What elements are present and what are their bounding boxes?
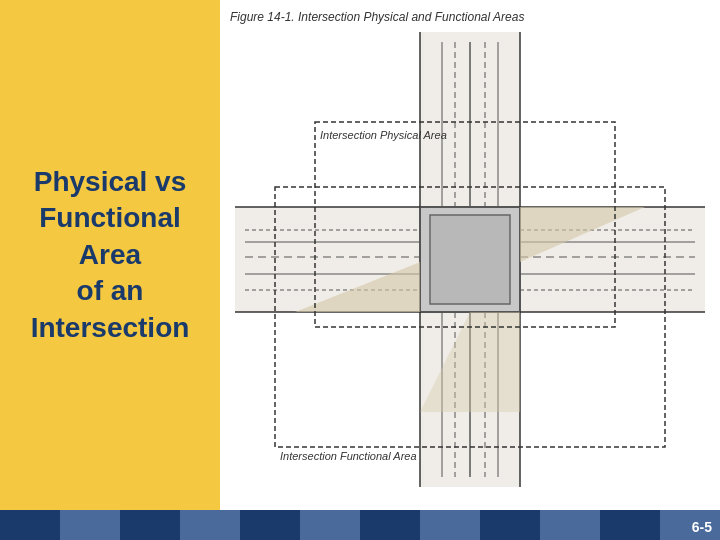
page-number: 6-5 (692, 519, 712, 535)
bottom-seg-6 (300, 510, 360, 540)
bottom-seg-5 (240, 510, 300, 540)
bottom-seg-11 (600, 510, 660, 540)
bottom-seg-9 (480, 510, 540, 540)
bottom-seg-7 (360, 510, 420, 540)
title-panel: Physical vs Functional Area of an Inters… (0, 0, 220, 510)
bottom-seg-2 (60, 510, 120, 540)
slide-title: Physical vs Functional Area of an Inters… (31, 164, 190, 346)
bottom-seg-4 (180, 510, 240, 540)
bottom-seg-10 (540, 510, 600, 540)
bottom-segments (0, 510, 720, 540)
title-line4: of an (77, 275, 144, 306)
title-line5: Intersection (31, 312, 190, 343)
title-line3: Area (79, 239, 141, 270)
physical-area-label: Intersection Physical Area (320, 129, 447, 141)
main-content: Figure 14-1. Intersection Physical and F… (220, 0, 720, 510)
svg-rect-4 (430, 215, 510, 304)
title-line2: Functional (39, 202, 181, 233)
bottom-bar: 6-5 (0, 510, 720, 540)
title-line1: Physical vs (34, 166, 187, 197)
bottom-seg-1 (0, 510, 60, 540)
intersection-diagram: Intersection Physical Area Intersection … (235, 32, 705, 487)
functional-area-label: Intersection Functional Area (280, 450, 417, 462)
bottom-seg-3 (120, 510, 180, 540)
bottom-seg-8 (420, 510, 480, 540)
figure-caption: Figure 14-1. Intersection Physical and F… (230, 10, 710, 24)
